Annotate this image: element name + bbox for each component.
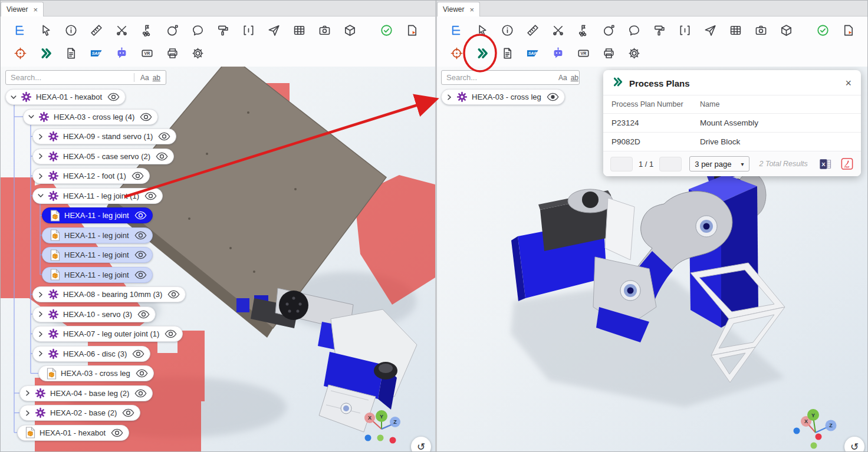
select-cursor-button[interactable]: [469, 21, 495, 40]
tree-item-hexa-12[interactable]: HEXA-12 - foot (1): [32, 168, 150, 184]
chevron-right-icon[interactable]: [23, 389, 32, 397]
tree-item-hexa-01[interactable]: HEXA-01 - hexabot: [5, 89, 126, 105]
match-word-button[interactable]: ab: [151, 74, 162, 82]
axis-y-label[interactable]: Y: [380, 414, 383, 420]
settings-gear-button[interactable]: [185, 44, 211, 63]
process-plans-button[interactable]: [33, 44, 58, 63]
tab-viewer[interactable]: Viewer ×: [437, 2, 480, 17]
tree-item-hexa-11[interactable]: HEXA-11 - leg joint: [42, 207, 153, 223]
visibility-eye-icon[interactable]: [134, 231, 147, 240]
info-button[interactable]: [495, 21, 520, 40]
lasso-select-button[interactable]: [596, 21, 622, 40]
paint-roller-button[interactable]: [647, 21, 672, 40]
tab-viewer[interactable]: Viewer ×: [1, 2, 44, 17]
status-check-button[interactable]: [810, 21, 836, 40]
tree-item-hexa-03[interactable]: HEXA-03 - cross leg: [441, 89, 565, 105]
info-button[interactable]: [58, 21, 84, 40]
tree-item-hexa-02[interactable]: HEXA-02 - base (2): [19, 405, 140, 421]
chevron-right-icon[interactable]: [36, 349, 45, 358]
comment-button[interactable]: [185, 21, 211, 40]
measure-ruler-button[interactable]: [520, 21, 545, 40]
cube-view-button[interactable]: [774, 21, 799, 40]
close-icon[interactable]: ×: [844, 78, 853, 88]
chevron-right-icon[interactable]: [36, 310, 45, 318]
visibility-eye-icon[interactable]: [107, 93, 120, 101]
settings-gear-button[interactable]: [622, 44, 647, 63]
print-button[interactable]: [160, 44, 185, 63]
export-excel-button[interactable]: X: [818, 157, 832, 171]
paint-roller-button[interactable]: [211, 21, 236, 40]
3d-viewport-left[interactable]: X Y Z Aa ab: [1, 67, 435, 451]
tab-close-icon[interactable]: ×: [469, 6, 474, 14]
reset-view-button[interactable]: ↺: [411, 437, 431, 451]
notes-document-button[interactable]: [58, 44, 84, 63]
tree-item-hexa-04[interactable]: HEXA-04 - base leg (2): [19, 385, 153, 401]
export-pdf-button[interactable]: PDF: [840, 157, 854, 171]
design-tools-button[interactable]: [545, 21, 571, 40]
axis-z-label[interactable]: Z: [829, 423, 833, 428]
table-row[interactable]: P9082DDrive Block: [603, 133, 861, 151]
tree-item-hexa-01[interactable]: HEXA-01 - hexabot: [17, 425, 129, 441]
visibility-eye-icon[interactable]: [134, 389, 147, 398]
tree-item-hexa-11[interactable]: HEXA-11 - leg joint: [42, 267, 153, 283]
chevron-right-icon[interactable]: [36, 330, 45, 338]
visibility-eye-icon[interactable]: [122, 408, 134, 417]
vr-mode-button[interactable]: VR: [134, 44, 160, 63]
vr-mode-button[interactable]: VR: [571, 44, 596, 63]
model-tree-button[interactable]: [444, 21, 469, 40]
tree-item-hexa-09[interactable]: HEXA-09 - stand servo (1): [32, 128, 176, 144]
visibility-eye-icon[interactable]: [167, 290, 180, 299]
tree-item-hexa-08[interactable]: HEXA-08 - bearing 10mm (3): [32, 286, 186, 302]
visibility-eye-icon[interactable]: [144, 192, 157, 200]
process-plans-button[interactable]: [469, 44, 495, 63]
visibility-eye-icon[interactable]: [140, 113, 152, 121]
tree-item-hexa-11[interactable]: HEXA-11 - leg joint: [42, 247, 153, 263]
visibility-eye-icon[interactable]: [111, 428, 123, 437]
search-input[interactable]: [446, 73, 550, 82]
tree-item-hexa-11[interactable]: HEXA-11 - leg joint (1): [32, 188, 163, 204]
visibility-eye-icon[interactable]: [137, 310, 150, 319]
chevron-right-icon[interactable]: [23, 409, 32, 417]
match-case-button[interactable]: Aa: [557, 74, 569, 82]
fly-navigate-button[interactable]: [698, 21, 723, 40]
snapshot-camera-button[interactable]: [748, 21, 774, 40]
center-target-button[interactable]: [444, 44, 469, 63]
exit-document-button[interactable]: [399, 21, 425, 40]
tree-item-hexa-03[interactable]: HEXA-03 - cross leg (4): [23, 109, 158, 125]
visibility-eye-icon[interactable]: [165, 329, 177, 338]
print-button[interactable]: [596, 44, 622, 63]
status-check-button[interactable]: [374, 21, 399, 40]
measure-ruler-button[interactable]: [84, 21, 109, 40]
table-view-button[interactable]: [287, 21, 312, 40]
match-case-button[interactable]: Aa: [139, 74, 151, 82]
next-page-button[interactable]: [659, 157, 682, 171]
center-target-button[interactable]: [8, 44, 33, 63]
table-row[interactable]: P23124Mount Assembly: [603, 114, 861, 133]
tree-item-hexa-05[interactable]: HEXA-05 - case servo (2): [32, 149, 174, 164]
flag-parts-button[interactable]: [571, 21, 596, 40]
model-tree-button[interactable]: [8, 21, 33, 40]
visibility-eye-icon[interactable]: [158, 132, 170, 141]
tree-item-hexa-11[interactable]: HEXA-11 - leg joint: [42, 227, 153, 243]
3d-viewport-right[interactable]: X Y Z Aa ab HEXA-03 - cross leg Process …: [437, 67, 868, 451]
visibility-eye-icon[interactable]: [547, 93, 559, 101]
chevron-down-icon[interactable]: [36, 192, 45, 200]
chevron-right-icon[interactable]: [36, 133, 45, 141]
chevron-down-icon[interactable]: [9, 93, 18, 101]
visibility-eye-icon[interactable]: [156, 152, 168, 161]
fly-navigate-button[interactable]: [261, 21, 287, 40]
tree-item-hexa-03[interactable]: HEXA-03 - cross leg: [38, 365, 154, 381]
axis-x-label[interactable]: X: [368, 415, 371, 421]
section-brackets-button[interactable]: [236, 21, 261, 40]
axis-y-label[interactable]: Y: [811, 413, 815, 418]
comment-button[interactable]: [622, 21, 647, 40]
tab-close-icon[interactable]: ×: [33, 6, 38, 14]
visibility-eye-icon[interactable]: [134, 211, 147, 220]
section-brackets-button[interactable]: [672, 21, 698, 40]
chevron-right-icon[interactable]: [445, 93, 453, 101]
select-cursor-button[interactable]: [33, 21, 58, 40]
table-view-button[interactable]: [723, 21, 748, 40]
lasso-select-button[interactable]: [160, 21, 185, 40]
per-page-select[interactable]: 3 per page ▾: [689, 156, 749, 171]
match-word-button[interactable]: ab: [569, 74, 580, 82]
